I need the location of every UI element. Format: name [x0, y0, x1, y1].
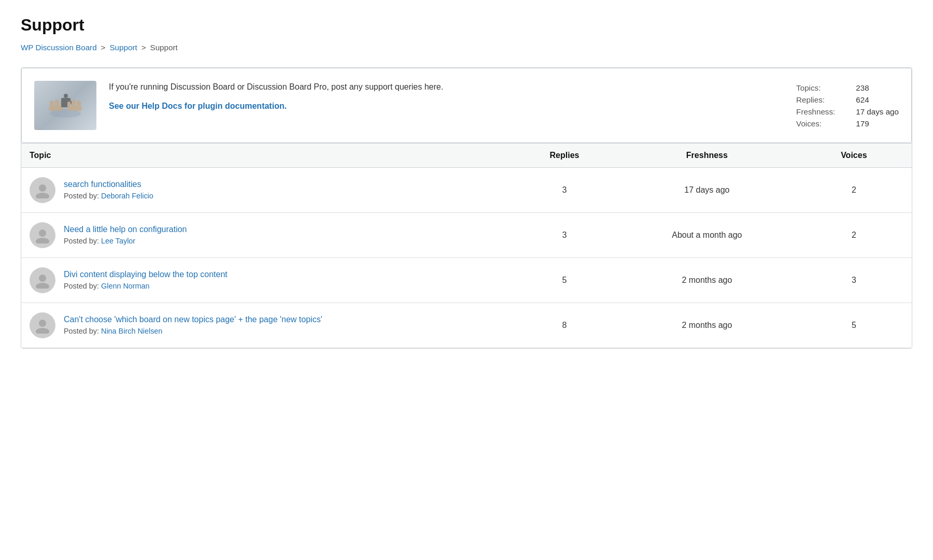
- svg-point-16: [39, 275, 46, 282]
- topic-author[interactable]: Nina Birch Nielsen: [101, 327, 162, 335]
- topic-voices: 2: [796, 213, 912, 258]
- table-row: Can't choose 'which board on new topics …: [21, 303, 912, 348]
- topic-replies: 3: [511, 168, 618, 213]
- svg-rect-9: [77, 100, 81, 108]
- svg-point-12: [39, 184, 46, 192]
- breadcrumb-wp-discussion-board[interactable]: WP Discussion Board: [21, 43, 97, 52]
- posted-by: Posted by: Glenn Norman: [64, 282, 150, 290]
- avatar: [30, 177, 55, 203]
- svg-point-18: [39, 320, 46, 327]
- topic-title[interactable]: Divi content displaying below the top co…: [64, 270, 228, 279]
- topic-author[interactable]: Lee Taylor: [101, 237, 135, 245]
- replies-value: 624: [856, 95, 899, 104]
- posted-by: Posted by: Deborah Felicio: [64, 192, 153, 200]
- topic-replies: 8: [511, 303, 618, 348]
- topic-freshness: 2 months ago: [618, 303, 796, 348]
- svg-point-13: [36, 193, 49, 198]
- svg-rect-3: [55, 99, 59, 108]
- topic-cell: Need a little help on configuration Post…: [30, 222, 503, 248]
- forum-description-text: If you're running Discussion Board or Di…: [109, 81, 784, 93]
- help-docs-link[interactable]: See our Help Docs for plugin documentati…: [109, 102, 287, 110]
- forum-thumbnail-icon: [45, 90, 86, 121]
- avatar: [30, 267, 55, 293]
- topic-info: Can't choose 'which board on new topics …: [64, 315, 322, 336]
- topic-author[interactable]: Deborah Felicio: [101, 192, 153, 200]
- breadcrumb-support-link[interactable]: Support: [109, 43, 137, 52]
- user-icon: [34, 317, 51, 334]
- topic-cell: Divi content displaying below the top co…: [30, 267, 503, 293]
- topic-freshness: 17 days ago: [618, 168, 796, 213]
- avatar: [30, 222, 55, 248]
- user-icon: [34, 182, 51, 198]
- topics-table: Topic Replies Freshness Voices search fu…: [21, 143, 912, 348]
- forum-container: If you're running Discussion Board or Di…: [21, 67, 912, 349]
- topic-title[interactable]: Can't choose 'which board on new topics …: [64, 315, 322, 324]
- svg-point-17: [36, 283, 49, 289]
- table-row: Need a little help on configuration Post…: [21, 213, 912, 258]
- topic-info: search functionalities Posted by: Debora…: [64, 180, 153, 200]
- posted-by: Posted by: Nina Birch Nielsen: [64, 327, 162, 335]
- col-header-voices: Voices: [796, 143, 912, 168]
- posted-by: Posted by: Lee Taylor: [64, 237, 135, 245]
- page-title: Support: [21, 16, 912, 35]
- topic-voices: 3: [796, 258, 912, 303]
- user-icon: [34, 272, 51, 289]
- user-icon: [34, 227, 51, 243]
- table-row: search functionalities Posted by: Debora…: [21, 168, 912, 213]
- topic-title[interactable]: Need a little help on configuration: [64, 225, 187, 234]
- svg-point-19: [36, 328, 49, 334]
- topics-value: 238: [856, 83, 899, 92]
- col-header-topic: Topic: [21, 143, 511, 168]
- topic-voices: 2: [796, 168, 912, 213]
- voices-value: 179: [856, 119, 899, 128]
- table-row: Divi content displaying below the top co…: [21, 258, 912, 303]
- col-header-replies: Replies: [511, 143, 618, 168]
- breadcrumb-current: Support: [150, 43, 178, 52]
- breadcrumb-separator-2: >: [142, 43, 146, 52]
- table-header-row: Topic Replies Freshness Voices: [21, 143, 912, 168]
- avatar: [30, 312, 55, 338]
- topic-info: Need a little help on configuration Post…: [64, 225, 187, 246]
- topic-replies: 3: [511, 213, 618, 258]
- forum-stats: Topics: 238 Replies: 624 Freshness: 17 d…: [796, 83, 899, 128]
- col-header-freshness: Freshness: [618, 143, 796, 168]
- forum-description: If you're running Discussion Board or Di…: [109, 81, 784, 111]
- breadcrumb: WP Discussion Board > Support > Support: [21, 43, 912, 52]
- replies-label: Replies:: [796, 95, 835, 104]
- topic-cell: search functionalities Posted by: Debora…: [30, 177, 503, 203]
- svg-point-15: [36, 238, 49, 243]
- freshness-value: 17 days ago: [856, 107, 899, 116]
- svg-point-6: [64, 94, 68, 98]
- svg-point-14: [39, 229, 46, 237]
- freshness-label: Freshness:: [796, 107, 835, 116]
- topic-author[interactable]: Glenn Norman: [101, 282, 150, 290]
- topic-voices: 5: [796, 303, 912, 348]
- voices-label: Voices:: [796, 119, 835, 128]
- svg-rect-2: [50, 100, 54, 108]
- svg-rect-11: [67, 102, 70, 108]
- topic-title[interactable]: search functionalities: [64, 180, 153, 189]
- topic-freshness: 2 months ago: [618, 258, 796, 303]
- topic-info: Divi content displaying below the top co…: [64, 270, 228, 291]
- topic-replies: 5: [511, 258, 618, 303]
- topic-freshness: About a month ago: [618, 213, 796, 258]
- forum-info-box: If you're running Discussion Board or Di…: [21, 68, 912, 143]
- breadcrumb-separator-1: >: [101, 43, 106, 52]
- forum-thumbnail: [34, 81, 96, 130]
- topics-label: Topics:: [796, 83, 835, 92]
- topic-cell: Can't choose 'which board on new topics …: [30, 312, 503, 338]
- svg-rect-10: [72, 99, 76, 108]
